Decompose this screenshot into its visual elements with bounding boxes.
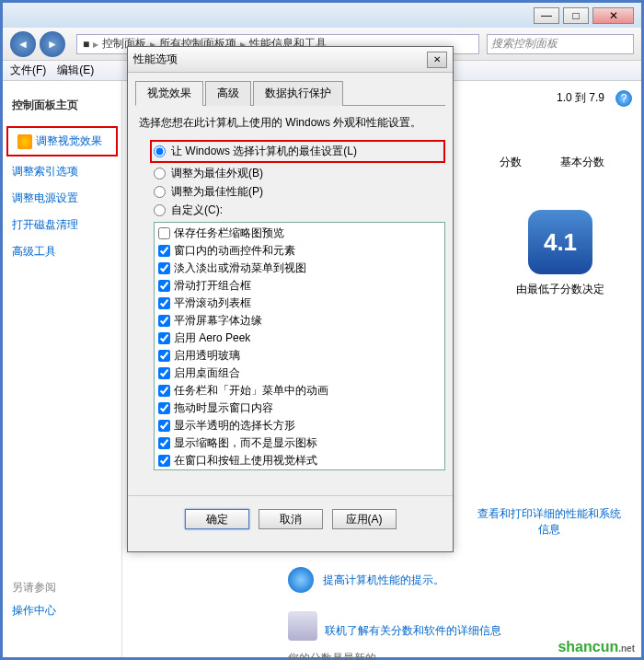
sidebar: 控制面板主页 调整视觉效果 调整索引选项 调整电源设置 打开磁盘清理 高级工具 … bbox=[3, 81, 122, 657]
check-item[interactable]: 拖动时显示窗口内容 bbox=[156, 399, 443, 417]
online-icon bbox=[288, 611, 317, 641]
dialog-tabs: 视觉效果 高级 数据执行保护 bbox=[135, 80, 445, 106]
cancel-button[interactable]: 取消 bbox=[259, 509, 323, 529]
checklist[interactable]: 保存任务栏缩略图预览窗口内的动画控件和元素淡入淡出或滑动菜单到视图滑动打开组合框… bbox=[154, 222, 445, 470]
radio-group: 让 Windows 选择计算机的最佳设置(L) 调整为最佳外观(B) 调整为最佳… bbox=[135, 140, 445, 218]
score-range: 1.0 到 7.9 bbox=[557, 90, 604, 106]
sidebar-item-power[interactable]: 调整电源设置 bbox=[3, 185, 121, 212]
window-titlebar: — □ ✕ bbox=[3, 0, 641, 28]
dialog-close-button[interactable]: ✕ bbox=[427, 52, 447, 68]
tip-icon bbox=[288, 567, 314, 593]
checkbox[interactable] bbox=[158, 297, 170, 309]
checkbox[interactable] bbox=[158, 227, 170, 239]
menu-file[interactable]: 文件(F) bbox=[10, 63, 46, 78]
checkbox[interactable] bbox=[158, 315, 170, 327]
sidebar-item-indexing[interactable]: 调整索引选项 bbox=[3, 158, 121, 185]
radio-input-2[interactable] bbox=[154, 186, 166, 198]
score-desc: 由最低子分数决定 bbox=[516, 282, 604, 297]
sidebar-home[interactable]: 控制面板主页 bbox=[3, 92, 121, 119]
check-item[interactable]: 平滑屏幕字体边缘 bbox=[156, 312, 443, 330]
back-button[interactable]: ◄ bbox=[10, 31, 36, 57]
check-item[interactable]: 平滑滚动列表框 bbox=[156, 295, 443, 312]
checkbox[interactable] bbox=[158, 280, 170, 292]
forward-button[interactable]: ► bbox=[40, 31, 65, 57]
minimize-button[interactable]: — bbox=[534, 7, 559, 24]
sidebar-item-visual-effects[interactable]: 调整视觉效果 bbox=[6, 126, 118, 156]
check-item[interactable]: 启用桌面组合 bbox=[156, 365, 443, 382]
watermark: shancun.net bbox=[558, 639, 635, 655]
check-item[interactable]: 保存任务栏缩略图预览 bbox=[156, 225, 443, 242]
tab-visual-effects[interactable]: 视觉效果 bbox=[135, 81, 203, 106]
radio-best-performance[interactable]: 调整为最佳性能(P) bbox=[154, 184, 445, 200]
close-button[interactable]: ✕ bbox=[592, 7, 634, 24]
dialog-titlebar: 性能选项 ✕ bbox=[128, 47, 453, 73]
checkbox[interactable] bbox=[158, 385, 170, 397]
checkbox[interactable] bbox=[158, 455, 170, 467]
tab-dep[interactable]: 数据执行保护 bbox=[253, 81, 343, 106]
checkbox[interactable] bbox=[158, 420, 170, 432]
menu-edit[interactable]: 编辑(E) bbox=[57, 63, 94, 78]
sub-score-label: 分数 bbox=[500, 155, 522, 170]
tab-advanced[interactable]: 高级 bbox=[205, 81, 251, 106]
check-item[interactable]: 在窗口下显示阴影 bbox=[156, 469, 443, 470]
radio-let-windows-choose[interactable]: 让 Windows 选择计算机的最佳设置(L) bbox=[150, 140, 445, 163]
dialog-title: 性能选项 bbox=[133, 52, 178, 67]
maximize-button[interactable]: □ bbox=[563, 7, 589, 24]
radio-input-3[interactable] bbox=[154, 204, 166, 216]
checkbox[interactable] bbox=[158, 402, 170, 414]
checkbox[interactable] bbox=[158, 245, 170, 257]
search-input[interactable]: 搜索控制面板 bbox=[487, 34, 634, 54]
radio-custom[interactable]: 自定义(C): bbox=[154, 203, 445, 218]
score-box: 4.1 由最低子分数决定 bbox=[516, 210, 604, 297]
checkbox[interactable] bbox=[158, 437, 170, 449]
check-item[interactable]: 显示半透明的选择长方形 bbox=[156, 417, 443, 434]
check-item[interactable]: 启用透明玻璃 bbox=[156, 347, 443, 365]
radio-input-0[interactable] bbox=[154, 145, 166, 157]
sidebar-item-advanced[interactable]: 高级工具 bbox=[3, 238, 121, 265]
check-item[interactable]: 窗口内的动画控件和元素 bbox=[156, 242, 443, 260]
detail-link[interactable]: 查看和打印详细的性能和系统信息 bbox=[476, 506, 623, 538]
check-item[interactable]: 淡入淡出或滑动菜单到视图 bbox=[156, 260, 443, 277]
score-badge: 4.1 bbox=[528, 210, 592, 274]
dialog-buttons: 确定 取消 应用(A) bbox=[128, 495, 453, 542]
checkbox[interactable] bbox=[158, 350, 170, 362]
help-icon[interactable]: ? bbox=[615, 90, 632, 107]
check-item[interactable]: 启用 Aero Peek bbox=[156, 330, 443, 347]
radio-best-appearance[interactable]: 调整为最佳外观(B) bbox=[154, 166, 445, 181]
apply-button[interactable]: 应用(A) bbox=[332, 509, 397, 529]
latest-label: 您的分数是最新的 bbox=[288, 651, 376, 660]
check-item[interactable]: 在窗口和按钮上使用视觉样式 bbox=[156, 452, 443, 469]
action-center-link[interactable]: 操作中心 bbox=[12, 603, 112, 619]
online-link[interactable]: 联机了解有关分数和软件的详细信息 bbox=[325, 623, 509, 639]
checkbox[interactable] bbox=[158, 367, 170, 379]
checkbox[interactable] bbox=[158, 332, 170, 344]
sidebar-item-disk-cleanup[interactable]: 打开磁盘清理 bbox=[3, 212, 121, 238]
shield-icon bbox=[17, 134, 32, 149]
ok-button[interactable]: 确定 bbox=[185, 509, 249, 529]
check-item[interactable]: 任务栏和「开始」菜单中的动画 bbox=[156, 382, 443, 399]
see-also-label: 另请参阅 bbox=[12, 580, 112, 596]
check-item[interactable]: 显示缩略图，而不是显示图标 bbox=[156, 434, 443, 452]
check-item[interactable]: 滑动打开组合框 bbox=[156, 277, 443, 295]
basic-score-label: 基本分数 bbox=[560, 155, 604, 170]
tip-row[interactable]: 提高计算机性能的提示。 bbox=[288, 567, 444, 593]
performance-options-dialog: 性能选项 ✕ 视觉效果 高级 数据执行保护 选择您想在此计算机上使用的 Wind… bbox=[127, 46, 454, 552]
radio-input-1[interactable] bbox=[154, 168, 166, 179]
checkbox[interactable] bbox=[158, 262, 170, 274]
dialog-description: 选择您想在此计算机上使用的 Windows 外观和性能设置。 bbox=[139, 115, 442, 131]
